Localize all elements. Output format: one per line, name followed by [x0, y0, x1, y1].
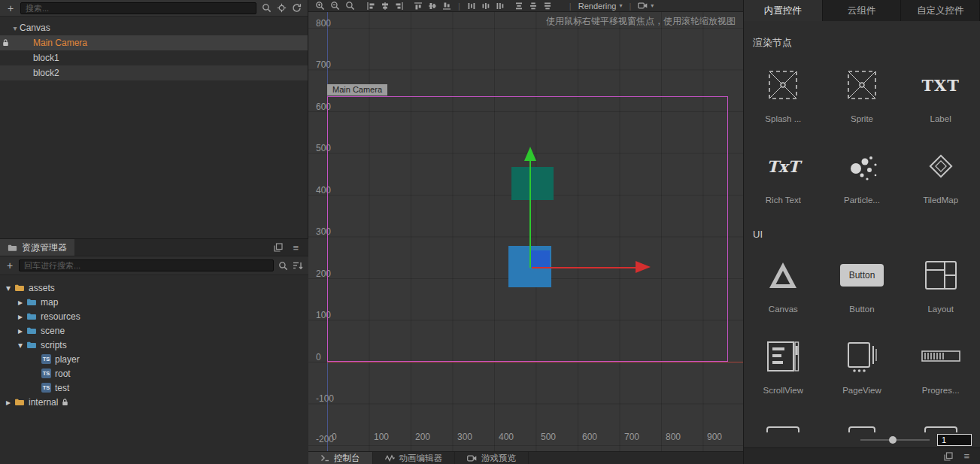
gizmo-x-axis-arrowhead[interactable] — [636, 261, 651, 273]
widget-label-text[interactable]: TXT Label — [901, 54, 980, 135]
tab-game-preview[interactable]: 游戏预览 — [455, 452, 529, 464]
align-top-icon[interactable] — [414, 2, 423, 11]
chevron-down-icon[interactable]: ▾ — [18, 340, 23, 350]
chevron-right-icon[interactable]: ▸ — [18, 326, 23, 336]
asset-label: root — [55, 368, 71, 379]
widget-rich-text[interactable]: TxT Rich Text — [744, 135, 823, 217]
align-right-icon[interactable] — [395, 2, 404, 11]
align-center-vertical-icon[interactable] — [428, 2, 437, 11]
tree-node-main-camera[interactable]: Main Camera — [0, 35, 308, 50]
assets-tab[interactable]: 资源管理器 — [0, 239, 74, 256]
search-icon[interactable] — [278, 261, 288, 271]
add-node-button[interactable]: + — [6, 2, 15, 14]
widget-tiledmap[interactable]: TiledMap — [901, 135, 980, 217]
widget-label: Progres... — [922, 386, 960, 395]
asset-node-test[interactable]: TS test — [0, 381, 308, 395]
widget-progressbar[interactable]: Progres... — [901, 326, 980, 407]
asset-node-player[interactable]: TS player — [0, 352, 308, 366]
tab-label: 云组件 — [848, 5, 876, 17]
zoom-out-icon[interactable] — [330, 1, 340, 11]
lock-icon[interactable] — [2, 38, 9, 47]
gizmo-y-axis-arrow[interactable] — [529, 160, 531, 268]
widget-button[interactable]: Button Button — [823, 244, 902, 326]
distribute-horizontal-right-icon[interactable] — [496, 2, 505, 11]
gizmo-xy-plane-handle[interactable] — [530, 250, 550, 268]
scene-viewport[interactable]: 使用鼠标右键平移视窗焦点，使用滚轮缩放视图 800 700 600 500 40… — [308, 12, 743, 451]
tab-animation-editor[interactable]: 动画编辑器 — [373, 452, 456, 464]
tree-node-block1[interactable]: block1 — [0, 50, 308, 65]
scene-node-block-teal[interactable] — [511, 167, 554, 200]
widget-splash[interactable]: Splash ... — [744, 54, 823, 135]
widget-label: ScrollView — [763, 386, 803, 395]
particle-icon — [845, 143, 879, 190]
asset-node-root[interactable]: TS root — [0, 366, 308, 381]
asset-node-internal[interactable]: ▸ internal — [0, 395, 308, 409]
tree-node-canvas[interactable]: ▾ Canvas — [0, 20, 308, 35]
widget-canvas[interactable]: Canvas — [744, 244, 823, 326]
tab-label: 控制台 — [334, 453, 360, 464]
chevron-right-icon[interactable]: ▸ — [18, 311, 23, 322]
widget-layout[interactable]: Layout — [901, 244, 980, 326]
chevron-down-icon[interactable]: ▾ — [11, 24, 20, 32]
asset-node-assets[interactable]: ▾ assets — [0, 281, 308, 295]
tab-builtin-widgets[interactable]: 内置控件 — [744, 0, 823, 21]
tab-console[interactable]: 控制台 — [308, 452, 373, 464]
widget-slider-partial[interactable] — [823, 407, 902, 432]
panel-menu-icon[interactable]: ≡ — [963, 450, 969, 462]
asset-node-resources[interactable]: ▸ resources — [0, 309, 308, 323]
asset-node-map[interactable]: ▸ map — [0, 295, 308, 309]
distribute-vertical-bottom-icon[interactable] — [543, 2, 552, 11]
folder-icon — [26, 312, 37, 320]
assets-search-input[interactable] — [19, 259, 274, 271]
float-window-icon[interactable] — [274, 243, 283, 252]
asset-node-scene[interactable]: ▸ scene — [0, 323, 308, 338]
label-icon: TXT — [921, 76, 960, 95]
float-window-icon[interactable] — [944, 452, 953, 461]
zoom-value-input[interactable] — [937, 434, 972, 446]
viewport-hint-text: 使用鼠标右键平移视窗焦点，使用滚轮缩放视图 — [546, 15, 736, 28]
align-bottom-icon[interactable] — [442, 2, 451, 11]
panel-menu-icon[interactable]: ≡ — [293, 242, 299, 253]
zoom-slider-knob[interactable] — [889, 436, 897, 444]
toolbar-separator: | — [457, 2, 462, 11]
x-tick: 500 — [541, 432, 556, 442]
gizmo-y-axis-arrowhead[interactable] — [524, 147, 536, 161]
distribute-horizontal-left-icon[interactable] — [467, 2, 476, 11]
zoom-in-icon[interactable] — [315, 1, 325, 11]
tree-node-block2[interactable]: block2 — [0, 65, 308, 80]
rendering-mode-dropdown[interactable]: Rendering ▾ — [578, 2, 623, 11]
camera-icon — [638, 2, 648, 10]
align-left-icon[interactable] — [366, 2, 375, 11]
widget-editbox-partial[interactable] — [744, 407, 823, 432]
tab-cloud-components[interactable]: 云组件 — [823, 0, 902, 21]
widget-scrollview[interactable]: ScrollView — [744, 326, 823, 407]
chevron-down-icon[interactable]: ▾ — [6, 283, 11, 293]
widget-pageview[interactable]: PageView — [823, 326, 902, 407]
camera-view-dropdown[interactable]: ▾ — [638, 2, 654, 10]
widget-particle[interactable]: Particle... — [823, 135, 902, 217]
widget-sprite[interactable]: Sprite — [823, 54, 902, 135]
zoom-slider[interactable] — [860, 439, 930, 441]
search-icon[interactable] — [262, 3, 272, 13]
hierarchy-search-input[interactable] — [20, 2, 256, 14]
distribute-horizontal-center-icon[interactable] — [481, 2, 490, 11]
camera-gizmo-label[interactable]: Main Camera — [327, 84, 387, 96]
zoom-reset-icon[interactable] — [345, 1, 355, 11]
tab-custom-widgets[interactable]: 自定义控件 — [901, 0, 980, 21]
widget-toggle-partial[interactable] — [901, 407, 980, 432]
gizmo-x-axis-arrow[interactable] — [532, 267, 636, 268]
distribute-vertical-center-icon[interactable] — [529, 2, 538, 11]
align-group-horizontal-edges — [414, 2, 451, 11]
refresh-icon[interactable] — [292, 3, 302, 13]
y-tick: 0 — [316, 352, 321, 362]
locate-node-icon[interactable] — [277, 3, 287, 13]
align-center-horizontal-icon[interactable] — [381, 2, 390, 11]
add-asset-button[interactable]: + — [5, 259, 14, 271]
sort-icon[interactable] — [293, 261, 303, 270]
chevron-right-icon[interactable]: ▸ — [18, 297, 23, 308]
distribute-vertical-top-icon[interactable] — [514, 2, 523, 11]
asset-node-scripts[interactable]: ▾ scripts — [0, 338, 308, 352]
scene-toolbar: | | Rendering ▾ | ▾ — [308, 0, 743, 12]
chevron-right-icon[interactable]: ▸ — [6, 397, 11, 408]
node-label: Main Camera — [33, 38, 87, 48]
